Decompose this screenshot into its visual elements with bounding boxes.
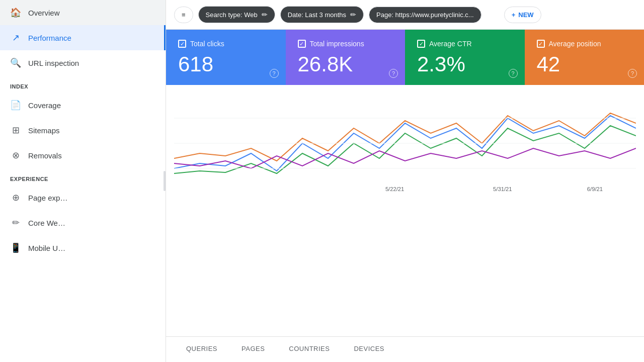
page-filter-close[interactable]: ✕ — [487, 10, 497, 20]
filter-icon-button[interactable]: ≡ — [174, 7, 193, 23]
ctr-value: 2.3% — [417, 54, 513, 75]
filter-bar: ≡ Search type: Web ✏ Date: Last 3 months… — [166, 0, 644, 30]
stat-card-position[interactable]: ✓ Average position 42 ? — [525, 30, 645, 85]
experience-section-label: Experience — [0, 168, 166, 185]
ctr-checkbox[interactable]: ✓ — [417, 40, 425, 48]
clicks-label: Total clicks — [190, 40, 224, 48]
page-filter[interactable]: Page: https://www.puretyclinic.c... — [369, 7, 481, 23]
sidebar-label-url-inspection: URL inspection — [28, 59, 79, 67]
sidebar-label-mobile-usability: Mobile Usability — [28, 244, 68, 252]
ctr-label: Average CTR — [429, 40, 472, 48]
stats-row: ✓ Total clicks 618 ? ✓ Total impressions… — [166, 30, 644, 85]
sidebar-item-core-web-vitals[interactable]: ✏ Core Web Vitals — [0, 210, 166, 235]
filter-icon: ≡ — [182, 11, 186, 19]
sidebar-label-sitemaps: Sitemaps — [28, 126, 60, 135]
sidebar-item-sitemaps[interactable]: ⊞ Sitemaps — [0, 118, 166, 143]
page-label: Page: https://www.puretyclinic.c... — [376, 11, 474, 19]
chart-area: 5/22/21 5/31/21 6/9/21 — [166, 85, 644, 336]
page-experience-icon: ⊕ — [10, 192, 21, 203]
performance-chart: 5/22/21 5/31/21 6/9/21 — [174, 93, 636, 194]
sidebar-label-overview: Overview — [28, 9, 60, 17]
sidebar-label-coverage: Coverage — [28, 101, 61, 110]
clicks-value: 618 — [178, 54, 274, 75]
sidebar-label-core-web-vitals: Core Web Vitals — [28, 219, 68, 227]
core-web-vitals-icon: ✏ — [10, 217, 21, 228]
sidebar-item-url-inspection[interactable]: 🔍 URL inspection — [0, 50, 166, 75]
search-type-label: Search type: Web — [206, 11, 258, 19]
impressions-help-icon[interactable]: ? — [389, 69, 398, 78]
coverage-icon: 📄 — [10, 100, 21, 111]
search-type-filter[interactable]: Search type: Web ✏ — [198, 6, 275, 23]
new-label: NEW — [518, 11, 533, 19]
index-section-label: Index — [0, 75, 166, 93]
sidebar-label-page-experience: Page experience — [28, 194, 68, 202]
date-filter[interactable]: Date: Last 3 months ✏ — [280, 6, 364, 23]
position-value: 42 — [537, 54, 632, 75]
impressions-value: 26.8K — [298, 54, 393, 75]
position-help-icon[interactable]: ? — [628, 69, 637, 78]
sidebar-label-removals: Removals — [28, 151, 62, 160]
stat-card-ctr[interactable]: ✓ Average CTR 2.3% ? — [405, 30, 525, 85]
search-type-edit-icon: ✏ — [262, 11, 268, 19]
impressions-label: Total impressions — [310, 40, 364, 48]
stat-card-clicks[interactable]: ✓ Total clicks 618 ? — [166, 30, 286, 85]
sidebar-item-removals[interactable]: ⊗ Removals — [0, 143, 166, 168]
clicks-help-icon[interactable]: ? — [270, 69, 279, 78]
sidebar-item-performance[interactable]: ↗ Performance — [0, 25, 166, 50]
sidebar-item-overview[interactable]: 🏠 Overview — [0, 0, 166, 25]
home-icon: 🏠 — [10, 7, 21, 18]
position-checkbox[interactable]: ✓ — [537, 40, 545, 48]
search-icon: 🔍 — [10, 57, 21, 68]
removals-icon: ⊗ — [10, 150, 21, 161]
tab-pages-label: PAGES — [242, 345, 265, 352]
bottom-tabs: QUERIES PAGES COUNTRIES DEVICES — [166, 336, 644, 362]
tab-countries-label: COUNTRIES — [289, 345, 330, 352]
position-label: Average position — [549, 40, 601, 48]
svg-text:5/22/21: 5/22/21 — [385, 186, 404, 192]
tab-queries-label: QUERIES — [186, 345, 217, 352]
tab-devices-label: DEVICES — [354, 345, 384, 352]
tab-countries[interactable]: COUNTRIES — [277, 337, 342, 362]
plus-icon: + — [512, 11, 516, 19]
sidebar-label-performance: Performance — [28, 34, 71, 42]
stat-card-impressions[interactable]: ✓ Total impressions 26.8K ? — [286, 30, 406, 85]
performance-icon: ↗ — [10, 32, 21, 43]
sidebar-item-coverage[interactable]: 📄 Coverage — [0, 93, 166, 118]
new-filter-button[interactable]: + NEW — [504, 7, 541, 23]
scrollbar[interactable] — [164, 171, 166, 191]
date-label: Date: Last 3 months — [288, 11, 346, 19]
svg-text:6/9/21: 6/9/21 — [587, 186, 603, 192]
clicks-checkbox[interactable]: ✓ — [178, 40, 186, 48]
tab-devices[interactable]: DEVICES — [342, 337, 396, 362]
sidebar-item-mobile-usability[interactable]: 📱 Mobile Usability — [0, 235, 166, 260]
ctr-help-icon[interactable]: ? — [509, 69, 518, 78]
date-edit-icon: ✏ — [350, 11, 356, 19]
svg-text:5/31/21: 5/31/21 — [493, 186, 512, 192]
tab-queries[interactable]: QUERIES — [174, 337, 229, 362]
sidebar-item-page-experience[interactable]: ⊕ Page experience — [0, 185, 166, 210]
mobile-usability-icon: 📱 — [10, 242, 21, 253]
tab-pages[interactable]: PAGES — [229, 337, 277, 362]
sitemaps-icon: ⊞ — [10, 125, 21, 136]
impressions-checkbox[interactable]: ✓ — [298, 40, 306, 48]
sidebar: 🏠 Overview ↗ Performance 🔍 URL inspectio… — [0, 0, 166, 362]
main-content: ≡ Search type: Web ✏ Date: Last 3 months… — [166, 0, 644, 362]
